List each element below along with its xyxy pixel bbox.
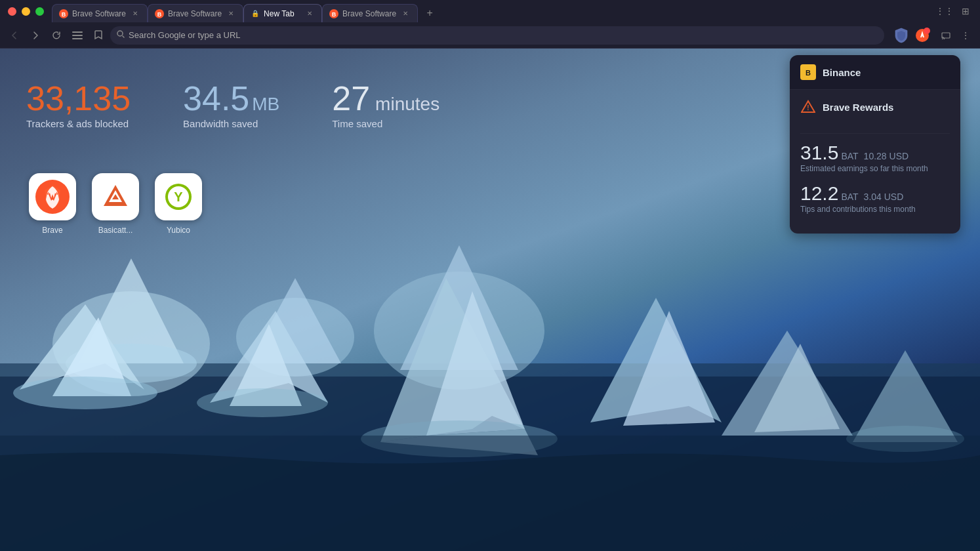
forward-button[interactable]	[26, 26, 45, 45]
address-bar-text: Search Google or type a URL	[129, 30, 878, 40]
tab-2-title: Brave Software	[168, 9, 222, 18]
estimated-earnings-row: 31.5 BAT 10.28 USD Estimated earnings so…	[800, 143, 950, 173]
svg-text:B: B	[332, 10, 337, 17]
new-tab-button[interactable]: +	[420, 4, 439, 22]
tips-bat-label: BAT	[841, 192, 858, 202]
shortcut-basicatt[interactable]: Basicatt...	[89, 173, 142, 235]
tabs-bar: B Brave Software ✕ B Brave Software ✕ 🔒 …	[52, 0, 935, 22]
tab-1-close[interactable]: ✕	[130, 9, 140, 19]
bandwidth-label: Bandwidth saved	[183, 118, 279, 129]
binance-section[interactable]: B Binance	[790, 55, 960, 90]
toolbar-extra-buttons: ⋮	[937, 26, 975, 45]
time-unit: minutes	[375, 94, 439, 114]
svg-point-9	[117, 31, 123, 36]
tips-row: 12.2 BAT 3.04 USD Tips and contributions…	[800, 184, 950, 214]
time-label: Time saved	[332, 118, 439, 129]
binance-logo-icon: B	[800, 64, 816, 80]
titlebar: B Brave Software ✕ B Brave Software ✕ 🔒 …	[0, 0, 980, 22]
tab-3-title: New Tab	[264, 9, 300, 18]
basicatt-shortcut-icon	[92, 173, 139, 220]
reload-button[interactable]	[47, 26, 66, 45]
close-button[interactable]	[8, 7, 16, 16]
trackers-label: Trackers & ads blocked	[26, 118, 131, 129]
shortcut-brave[interactable]: Brave	[26, 173, 79, 235]
toolbar-action-buttons	[887, 26, 931, 45]
back-button[interactable]	[5, 26, 24, 45]
search-icon	[117, 30, 125, 40]
tab-4-close[interactable]: ✕	[400, 9, 411, 19]
svg-text:!: !	[807, 104, 809, 112]
cast-button[interactable]	[937, 26, 955, 45]
tab-1-title: Brave Software	[72, 9, 126, 18]
tab-3-newtab[interactable]: 🔒 New Tab ✕	[243, 4, 322, 22]
bandwidth-unit: MB	[252, 94, 279, 114]
hamburger-menu-button[interactable]	[68, 26, 87, 45]
tab-1-favicon: B	[59, 9, 68, 18]
svg-text:Y: Y	[174, 190, 183, 204]
earnings-description: Estimated earnings so far this month	[800, 164, 950, 173]
minimize-button[interactable]	[22, 7, 30, 16]
tab-1[interactable]: B Brave Software ✕	[52, 4, 148, 22]
shortcut-yubico[interactable]: Y Yubico	[152, 173, 205, 235]
tab-4-favicon: B	[329, 9, 338, 18]
shortcuts-area: Brave Basicatt...	[26, 173, 205, 235]
time-number: 27minutes	[332, 81, 439, 115]
rewards-notification-badge	[924, 28, 930, 34]
rewards-header-section[interactable]: ! Brave Rewards	[790, 90, 960, 124]
yubico-shortcut-icon: Y	[155, 173, 202, 220]
earnings-amount-row: 31.5 BAT 10.28 USD	[800, 143, 950, 163]
binance-title: Binance	[823, 67, 861, 78]
more-button[interactable]: ⋮	[956, 26, 975, 45]
yubico-shortcut-label: Yubico	[167, 226, 190, 235]
menu-dots-button[interactable]: ⋮⋮	[935, 2, 954, 20]
svg-text:B: B	[62, 10, 66, 17]
brave-shortcut-label: Brave	[42, 226, 62, 235]
tips-amount-row: 12.2 BAT 3.04 USD	[800, 184, 950, 203]
brave-shield-button[interactable]	[892, 26, 910, 45]
maximize-button[interactable]	[35, 7, 44, 16]
tab-3-favicon: 🔒	[251, 9, 260, 18]
stat-time: 27minutes Time saved	[332, 81, 439, 129]
tips-description: Tips and contributions this month	[800, 205, 950, 214]
toolbar: Search Google or type a URL ⋮	[0, 22, 980, 49]
stats-area: 33,135 Trackers & ads blocked 34.5MB Ban…	[26, 81, 439, 129]
main-content: 33,135 Trackers & ads blocked 34.5MB Ban…	[0, 49, 980, 551]
bandwidth-number: 34.5MB	[183, 81, 279, 115]
tab-4-title: Brave Software	[342, 9, 396, 18]
brave-rewards-icon: !	[800, 99, 816, 115]
earnings-usd: 10.28 USD	[864, 151, 909, 161]
stat-trackers: 33,135 Trackers & ads blocked	[26, 81, 131, 129]
earnings-amount: 31.5	[800, 143, 838, 163]
brave-shortcut-icon	[29, 173, 76, 220]
svg-text:B: B	[157, 10, 162, 17]
trackers-number: 33,135	[26, 81, 131, 115]
svg-text:B: B	[806, 69, 811, 77]
brave-rewards-button[interactable]	[913, 26, 931, 45]
address-bar[interactable]: Search Google or type a URL	[110, 26, 884, 45]
window-controls	[0, 7, 52, 16]
bookmark-button[interactable]	[89, 26, 108, 45]
tips-usd: 3.04 USD	[864, 192, 904, 202]
svg-rect-7	[72, 35, 83, 36]
rewards-divider	[800, 133, 950, 134]
basicatt-shortcut-label: Basicatt...	[98, 226, 133, 235]
stat-bandwidth: 34.5MB Bandwidth saved	[183, 81, 279, 129]
earnings-bat-label: BAT	[841, 151, 858, 161]
sidebar-toggle-button[interactable]: ⊞	[956, 2, 975, 20]
rewards-body: 31.5 BAT 10.28 USD Estimated earnings so…	[790, 124, 960, 234]
titlebar-right-controls: ⋮⋮ ⊞	[935, 2, 980, 20]
svg-rect-6	[72, 31, 83, 33]
tab-4[interactable]: B Brave Software ✕	[322, 4, 418, 22]
tips-amount: 12.2	[800, 184, 838, 203]
tab-2-favicon: B	[155, 9, 164, 18]
sidebar-panel: B Binance ! Brave Rewards 31.5	[790, 55, 960, 234]
tab-2-close[interactable]: ✕	[226, 9, 236, 19]
tab-3-close[interactable]: ✕	[304, 9, 315, 19]
brave-rewards-title: Brave Rewards	[823, 102, 893, 113]
svg-rect-8	[72, 38, 83, 39]
tab-2[interactable]: B Brave Software ✕	[148, 4, 243, 22]
